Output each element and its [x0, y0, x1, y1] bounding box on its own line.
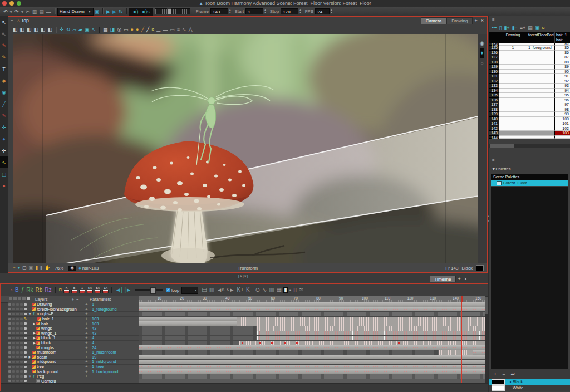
xsheet-cell[interactable]	[527, 65, 554, 70]
stroke-tool[interactable]: ✎	[0, 110, 8, 121]
layer-toggle-icon[interactable]	[12, 337, 15, 339]
layer-toggle-icon[interactable]	[20, 303, 23, 306]
layer-toggle-icon[interactable]	[20, 366, 23, 368]
kinematic-output-tool[interactable]: ∿	[0, 156, 8, 168]
xsheet-cell[interactable]	[527, 102, 554, 107]
stamp-icon[interactable]: ▬	[45, 8, 52, 15]
xsheet-cell[interactable]	[499, 60, 527, 65]
exposure-segment[interactable]	[139, 307, 485, 312]
tab-timeline[interactable]: Timeline	[430, 276, 456, 282]
layer-toggle-icon[interactable]	[8, 375, 11, 378]
xsheet-cell[interactable]: 93	[554, 84, 570, 89]
ellipsis-icon[interactable]: •••	[490, 24, 498, 31]
start-input[interactable]: 1	[245, 8, 263, 14]
mark-ba-button[interactable]: BA	[94, 287, 101, 293]
xsheet-cell[interactable]	[527, 117, 554, 122]
keyframe-marker[interactable]	[284, 342, 286, 344]
xsheet-cell[interactable]	[499, 65, 527, 70]
volume-slider-handle[interactable]	[167, 8, 171, 14]
colour-swatch-area[interactable]	[491, 187, 568, 369]
layer-toggle-icon[interactable]	[8, 370, 11, 373]
layer-parameter-value[interactable]: 1_foreground	[92, 307, 117, 312]
xsheet-cell[interactable]: 103	[554, 131, 570, 136]
layer-toggle-icon[interactable]	[20, 351, 23, 354]
exposure-segment[interactable]	[257, 331, 485, 336]
layer-toggle-icon[interactable]	[16, 327, 19, 330]
layer-toggle-icon[interactable]	[16, 337, 19, 339]
stop-input[interactable]: 170	[281, 8, 298, 14]
pencil-line-icon[interactable]: ╱	[140, 26, 145, 33]
layer-toggle-icon[interactable]	[24, 366, 27, 368]
delete-layer-button[interactable]: −	[76, 297, 78, 302]
layer-toggle-icon[interactable]	[20, 380, 23, 382]
layer-toggle-icon[interactable]	[24, 327, 27, 330]
play-icon[interactable]: ▶	[105, 8, 111, 15]
layer-toggle-icon[interactable]	[16, 375, 19, 378]
layer-toggle-icon[interactable]	[12, 332, 15, 334]
rotate-view-tool[interactable]: ●	[0, 180, 8, 192]
add-layer-button[interactable]: ＋	[71, 297, 75, 302]
layer-toggle-icon[interactable]	[24, 351, 27, 354]
track-row-block_1[interactable]	[139, 336, 485, 341]
xsheet-cell[interactable]	[499, 98, 527, 103]
remove-color-icon[interactable]: −	[501, 371, 506, 378]
layer-toggle-icon[interactable]	[16, 313, 19, 315]
text-tool[interactable]: T	[0, 63, 8, 75]
xsheet-cell[interactable]	[499, 131, 527, 136]
xsheet-cell[interactable]	[499, 93, 527, 98]
bd-icon[interactable]: ▥	[268, 287, 275, 293]
skew-icon[interactable]: ▰	[77, 26, 83, 33]
add-view-button[interactable]: +	[456, 276, 462, 282]
xsheet-cell[interactable]: 102	[554, 126, 570, 131]
track-row-mushroom[interactable]	[139, 350, 485, 355]
show-columns-icon[interactable]: ▯	[498, 24, 503, 31]
xsheet-cell[interactable]: 85	[554, 46, 570, 51]
xsheet-row-131[interactable]: 13191	[489, 74, 570, 79]
layer-toggle-icon[interactable]	[20, 313, 23, 315]
layer-toggle-icon[interactable]	[12, 308, 15, 310]
layer-toggle-icon[interactable]	[8, 356, 11, 358]
undo-icon[interactable]: ↶	[2, 8, 9, 15]
layer-toggle-icon[interactable]	[24, 346, 27, 349]
xsheet-cell[interactable]	[499, 117, 527, 122]
exposure-segment[interactable]	[139, 374, 485, 379]
eraser-tool[interactable]: ◆	[0, 75, 8, 86]
xsheet-cell[interactable]	[527, 131, 554, 136]
horizontal-splitter[interactable]: |∧|∨| Timeline + ×	[0, 273, 489, 283]
palettes-section-header[interactable]: ▼Palettes	[492, 166, 511, 171]
light-table-icon[interactable]: ¤	[150, 26, 155, 33]
layer-toggle-icon[interactable]	[16, 318, 19, 320]
expander-icon[interactable]: ▼	[28, 375, 32, 378]
layer-toggle-icon[interactable]	[16, 308, 19, 310]
grid-icon[interactable]: ▦	[102, 26, 109, 33]
exposure-segment[interactable]	[257, 326, 485, 331]
layer-toggle-icon[interactable]	[8, 322, 11, 325]
camera-mask-icon[interactable]: ▭	[122, 26, 130, 33]
xsheet-cell[interactable]	[527, 112, 554, 117]
layer-toggle-icon[interactable]	[8, 342, 11, 344]
exposure-segment[interactable]	[139, 369, 485, 374]
exposure-segment[interactable]	[139, 317, 237, 321]
xsheet-cell[interactable]	[527, 74, 554, 79]
layer-toggle-icon[interactable]	[24, 361, 27, 363]
exposure-segment[interactable]	[139, 345, 485, 350]
onion-skin-icon[interactable]: ◎	[116, 26, 122, 33]
track-row-Drawing[interactable]	[139, 302, 485, 307]
function-editor-icon[interactable]: ƒ	[20, 287, 26, 293]
xsheet-cell[interactable]: 101	[554, 121, 570, 126]
side-view-icon[interactable]: ◧	[40, 26, 47, 33]
xsheet-menu-icon[interactable]: ≡	[492, 17, 495, 22]
exposure-segment[interactable]	[139, 326, 257, 331]
top-view-icon[interactable]: ◧	[33, 26, 40, 33]
layer-toggle-icon[interactable]	[8, 327, 11, 330]
volume-slider[interactable]	[155, 8, 190, 14]
tab-drawing[interactable]: Drawing	[446, 17, 473, 24]
xsheet-cell[interactable]: 94	[554, 89, 570, 94]
layer-toggle-icon[interactable]: ✎	[24, 318, 28, 320]
cut-icon[interactable]: ✂	[24, 8, 31, 15]
add-view-button[interactable]: +	[473, 18, 479, 23]
rename-breakdown-icon[interactable]: Rb	[35, 287, 44, 293]
marquee-select-tool[interactable]: ▢	[0, 168, 8, 180]
layer-toggle-icon[interactable]	[16, 303, 19, 306]
layer-toggle-icon[interactable]	[8, 366, 11, 368]
